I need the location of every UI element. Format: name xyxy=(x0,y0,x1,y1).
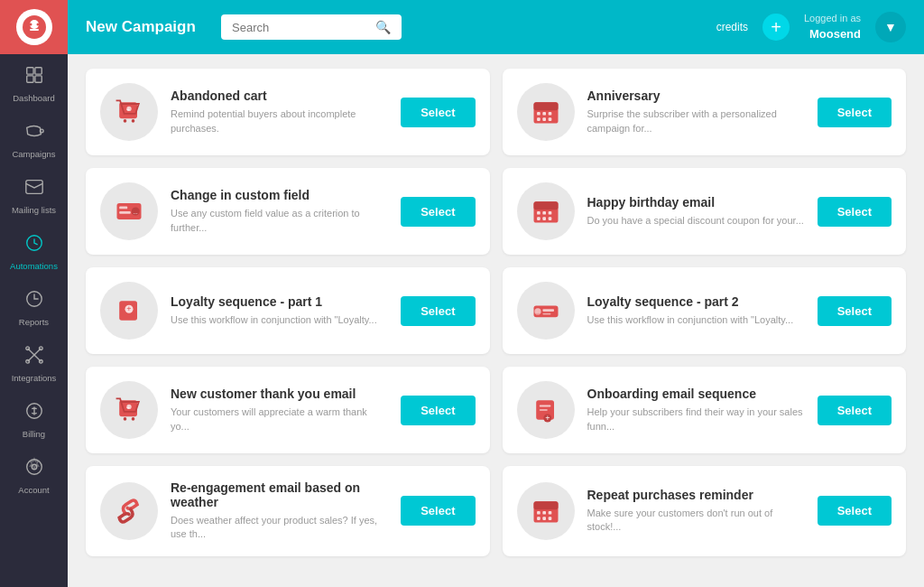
username-label: Moosend xyxy=(804,26,861,42)
select-button-happy-birthday[interactable]: Select xyxy=(818,197,892,227)
logo-icon xyxy=(16,9,52,45)
campaign-icon-reengagement xyxy=(100,482,158,540)
sidebar-item-dashboard[interactable]: Dashboard xyxy=(0,54,68,110)
campaign-desc-new-customer: Your customers will appreciate a warm th… xyxy=(171,405,388,433)
campaign-icon-loyalty-1: + xyxy=(100,282,158,340)
user-info: Logged in as Moosend xyxy=(804,12,861,42)
select-button-onboarding[interactable]: Select xyxy=(818,396,892,425)
svg-rect-34 xyxy=(548,117,551,121)
svg-text:+: + xyxy=(126,404,130,412)
svg-point-57 xyxy=(124,417,127,421)
campaign-title-reengagement: Re-engagement email based on weather xyxy=(171,480,388,509)
svg-point-58 xyxy=(132,417,135,421)
svg-rect-8 xyxy=(34,76,41,82)
campaign-card-new-customer: + New customer thank you email Your cust… xyxy=(86,367,490,453)
topbar-right: credits + Logged in as Moosend ▼ xyxy=(716,12,906,42)
campaign-icon-abandoned-cart: + xyxy=(100,83,158,141)
campaigns-icon xyxy=(24,121,44,145)
campaign-text-reengagement: Re-engagement email based on weather Doe… xyxy=(171,480,388,542)
campaign-desc-reengagement: Does weather affect your product sales? … xyxy=(171,514,388,542)
campaign-icon-repeat-purchases xyxy=(517,482,575,540)
campaign-title-change-custom-field: Change in custom field xyxy=(171,188,388,202)
svg-point-4 xyxy=(36,23,39,26)
select-button-loyalty-1[interactable]: Select xyxy=(401,296,475,326)
campaign-desc-repeat-purchases: Make sure your customers don't run out o… xyxy=(587,507,805,535)
svg-rect-30 xyxy=(542,112,546,116)
campaign-text-happy-birthday: Happy birthday email Do you have a speci… xyxy=(587,195,805,228)
svg-rect-28 xyxy=(533,102,558,110)
campaign-card-onboarding: + Onboarding email sequence Help your su… xyxy=(503,367,907,453)
svg-rect-31 xyxy=(548,112,551,116)
svg-rect-2 xyxy=(30,29,39,31)
select-button-abandoned-cart[interactable]: Select xyxy=(401,98,475,127)
select-button-new-customer[interactable]: Select xyxy=(401,396,475,425)
sidebar: Dashboard Campaigns Mailing lists Automa… xyxy=(0,0,68,587)
campaign-text-onboarding: Onboarding email sequence Help your subs… xyxy=(587,387,805,433)
topbar: New Campaign 🔍 credits + Logged in as Mo… xyxy=(68,0,924,54)
svg-rect-37 xyxy=(119,211,131,214)
automations-icon xyxy=(24,233,44,257)
sidebar-item-integrations[interactable]: Integrations xyxy=(0,334,68,390)
campaign-icon-new-customer: + xyxy=(100,381,158,439)
campaign-icon-onboarding: + xyxy=(517,381,575,439)
sidebar-item-billing-label: Billing xyxy=(23,429,45,439)
svg-rect-33 xyxy=(542,117,546,121)
campaign-card-reengagement: Re-engagement email based on weather Doe… xyxy=(86,466,490,556)
campaign-text-loyalty-1: Loyalty sequence - part 1 Use this workf… xyxy=(171,294,388,327)
sidebar-item-billing[interactable]: Billing xyxy=(0,390,68,446)
svg-rect-45 xyxy=(537,217,541,220)
campaign-content: + Abandoned cart Remind potential buyers… xyxy=(68,54,924,587)
campaign-text-repeat-purchases: Repeat purchases reminder Make sure your… xyxy=(587,488,805,535)
svg-rect-70 xyxy=(548,511,551,515)
campaign-desc-change-custom-field: Use any custom field value as a criterio… xyxy=(171,207,388,235)
select-button-loyalty-2[interactable]: Select xyxy=(818,296,892,326)
campaign-card-happy-birthday: Happy birthday email Do you have a speci… xyxy=(503,168,907,255)
sidebar-item-mailing-lists[interactable]: Mailing lists xyxy=(0,166,68,222)
svg-rect-7 xyxy=(26,76,32,82)
account-icon xyxy=(24,457,44,481)
campaign-text-new-customer: New customer thank you email Your custom… xyxy=(171,387,388,433)
search-box: 🔍 xyxy=(221,14,402,40)
search-icon: 🔍 xyxy=(375,20,391,34)
page-title: New Campaign xyxy=(86,18,203,36)
svg-rect-42 xyxy=(537,211,541,215)
campaign-desc-onboarding: Help your subscribers find their way in … xyxy=(587,405,805,433)
campaign-text-loyalty-2: Loyalty sequence - part 2 Use this workf… xyxy=(587,294,805,327)
campaign-desc-happy-birthday: Do you have a special discount coupon fo… xyxy=(587,214,805,228)
svg-rect-71 xyxy=(537,517,541,520)
sidebar-item-automations[interactable]: Automations xyxy=(0,222,68,278)
search-input[interactable] xyxy=(232,21,368,34)
sidebar-item-integrations-label: Integrations xyxy=(12,373,57,383)
svg-rect-73 xyxy=(548,517,551,520)
svg-rect-68 xyxy=(537,511,541,515)
campaign-card-abandoned-cart: + Abandoned cart Remind potential buyers… xyxy=(86,69,490,155)
sidebar-item-account[interactable]: Account xyxy=(0,446,68,502)
svg-point-9 xyxy=(40,129,43,133)
sidebar-item-reports[interactable]: Reports xyxy=(0,278,68,334)
main-area: New Campaign 🔍 credits + Logged in as Mo… xyxy=(68,0,924,587)
svg-rect-10 xyxy=(25,181,42,194)
svg-rect-6 xyxy=(34,68,41,74)
user-dropdown-button[interactable]: ▼ xyxy=(875,12,906,42)
campaign-card-repeat-purchases: Repeat purchases reminder Make sure your… xyxy=(503,466,907,556)
svg-rect-32 xyxy=(537,117,541,121)
sidebar-item-automations-label: Automations xyxy=(10,261,58,271)
svg-rect-65 xyxy=(539,409,547,411)
campaign-title-happy-birthday: Happy birthday email xyxy=(587,195,805,210)
select-button-reengagement[interactable]: Select xyxy=(401,496,475,526)
select-button-anniversary[interactable]: Select xyxy=(818,98,892,127)
add-credits-button[interactable]: + xyxy=(762,14,790,41)
select-button-repeat-purchases[interactable]: Select xyxy=(818,496,892,526)
svg-point-3 xyxy=(29,23,32,26)
campaign-desc-anniversary: Surprise the subscriber with a personali… xyxy=(587,107,805,135)
campaign-title-anniversary: Anniversary xyxy=(587,89,805,103)
svg-rect-69 xyxy=(542,511,546,515)
campaign-card-change-custom-field: ... Change in custom field Use any custo… xyxy=(86,168,490,255)
billing-icon xyxy=(24,401,44,425)
campaign-title-onboarding: Onboarding email sequence xyxy=(587,387,805,401)
select-button-change-custom-field[interactable]: Select xyxy=(401,197,475,227)
reports-icon xyxy=(24,289,44,313)
logo[interactable] xyxy=(0,0,68,54)
sidebar-item-campaigns[interactable]: Campaigns xyxy=(0,110,68,166)
svg-rect-67 xyxy=(533,501,558,509)
